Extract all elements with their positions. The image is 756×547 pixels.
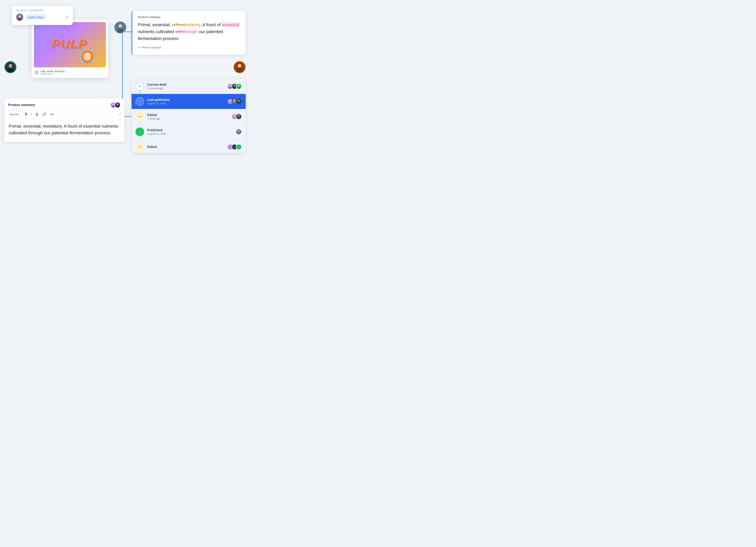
svg-point-4 [9, 64, 12, 68]
history-info-last-published: Last published August 27, 2020 [147, 98, 224, 105]
svg-point-10 [112, 103, 114, 105]
history-date-edited-1: 1 week ago [147, 117, 228, 120]
hotspot-avatar [16, 14, 23, 21]
deleted-word-1: refined [172, 22, 185, 27]
hotspot-user-row: Aysha Khan 1h [16, 14, 69, 21]
history-name-published-1: Published [147, 128, 233, 132]
svg-point-44 [236, 144, 241, 149]
diff-text: Primal, essential, refinedvelatory. A fo… [138, 21, 240, 42]
history-item-edited-1[interactable]: ✏ Edited 1 week ago [132, 109, 246, 124]
svg-point-1 [19, 15, 21, 18]
svg-point-19 [238, 64, 241, 68]
svg-point-22 [229, 85, 231, 86]
svg-point-16 [119, 24, 122, 28]
italic-button[interactable]: i [30, 112, 33, 116]
image-meta: 🖼 pulp_brand_final.png 4500×3200 [34, 70, 106, 75]
edited-icon-2: ✏ [135, 143, 144, 151]
history-connector-2 [140, 121, 140, 124]
history-date-last-published: August 27, 2020 [147, 102, 224, 105]
history-name-current: Current draft [147, 83, 224, 86]
svg-point-28 [238, 85, 240, 86]
image-icon: 🖼 [35, 70, 39, 75]
svg-point-13 [117, 103, 119, 105]
current-draft-icon: ✏ [135, 82, 144, 91]
svg-point-41 [238, 130, 240, 132]
editor-avatar-group [110, 102, 120, 108]
history-connector [140, 91, 140, 94]
chevron-down-icon: ▾ [19, 113, 20, 115]
editor-card: Product summary Normal ▾ B i U 🔗 </> ⤢ [4, 98, 124, 142]
history-connector-3 [140, 136, 140, 139]
svg-point-37 [234, 115, 235, 117]
underline-button[interactable]: U [35, 112, 39, 116]
history-item-current[interactable]: ✏ Current draft 5 minutes ago [132, 79, 246, 94]
style-label: Normal [10, 113, 18, 116]
history-date-published-1: August 12, 2020 [147, 132, 233, 135]
image-canvas: PULP [34, 22, 106, 67]
expand-button[interactable]: ⤢ [118, 112, 121, 116]
editor-avatar-2 [115, 102, 120, 108]
image-info: pulp_brand_final.png 4500×3200 [41, 70, 64, 75]
svg-point-25 [234, 85, 235, 86]
editor-text: Primal, essential, revelatory. A fount o… [9, 123, 120, 136]
history-info-edited-1: Edited 1 week ago [147, 113, 228, 120]
svg-point-33 [234, 100, 235, 102]
history-avatars-edited-2 [227, 144, 242, 150]
inserted-word-2: through [183, 29, 198, 34]
bold-button[interactable]: B [24, 112, 28, 116]
code-button[interactable]: </> [50, 112, 55, 116]
hotspot-time: 1h [65, 16, 69, 19]
image-filename: pulp_brand_final.png [41, 70, 64, 73]
revert-icon: ↩ [138, 46, 140, 49]
history-avatars-current [227, 83, 242, 89]
svg-point-35 [238, 100, 240, 102]
avatar-orange [233, 61, 246, 73]
avatar-blue [114, 21, 126, 33]
hotspot-username[interactable]: Aysha Khan [25, 14, 47, 20]
image-dimensions: 4500×3200 [41, 73, 64, 75]
history-panel: ✏ Current draft 5 minutes ago ↑ Last pub… [132, 79, 246, 153]
svg-point-39 [238, 115, 240, 117]
history-name-edited-2: Edited [147, 145, 224, 149]
editor-body[interactable]: Primal, essential, revelatory. A fount o… [4, 119, 124, 142]
history-item-published-1[interactable]: ↑ Published August 12, 2020 [132, 124, 246, 139]
link-button[interactable]: 🔗 [41, 112, 47, 117]
history-info-published-1: Published August 12, 2020 [147, 128, 233, 135]
history-name-last-published: Last published [147, 98, 224, 102]
history-item-last-published[interactable]: ↑ Last published August 27, 2020 [132, 94, 246, 109]
editor-title: Product summary [8, 103, 35, 107]
image-card: PULP 🖼 pulp_brand_final.png 4500×3200 [31, 20, 108, 78]
published-icon-1: ↑ [135, 127, 144, 136]
diff-title: Product summary [138, 16, 240, 19]
revert-row[interactable]: ↩ Revert changes [138, 46, 240, 49]
inserted-word-1: velatory [185, 22, 200, 27]
history-name-edited-1: Edited [147, 113, 228, 117]
diff-card: Product summary Primal, essential, refin… [132, 11, 246, 55]
history-info-current: Current draft 5 minutes ago [147, 83, 224, 90]
history-date-current: 5 minutes ago [147, 87, 224, 90]
avatar-green [4, 61, 17, 73]
history-avatars-published-1 [236, 129, 242, 135]
svg-point-31 [229, 100, 231, 102]
hotspot-label: HOTSPOT CHANGED BY [16, 9, 69, 12]
editor-header: Product summary [4, 98, 124, 110]
history-avatars-last-published [227, 98, 242, 104]
circle-highlight [80, 49, 95, 64]
style-select[interactable]: Normal ▾ [7, 112, 22, 117]
edited-icon-1: ✏ [135, 112, 144, 121]
history-info-edited-2: Edited [147, 145, 224, 149]
highlighted-essential: essential [222, 22, 240, 27]
hotspot-card: HOTSPOT CHANGED BY Aysha Khan 1h [12, 6, 73, 25]
deleted-word-2: with [175, 29, 183, 34]
history-avatars-edited-1 [232, 114, 242, 119]
last-published-icon: ↑ [135, 97, 144, 106]
revert-label: Revert changes [142, 46, 161, 49]
editor-toolbar: Normal ▾ B i U 🔗 </> ⤢ [4, 110, 124, 119]
history-item-edited-2[interactable]: ✏ Edited [132, 139, 246, 153]
